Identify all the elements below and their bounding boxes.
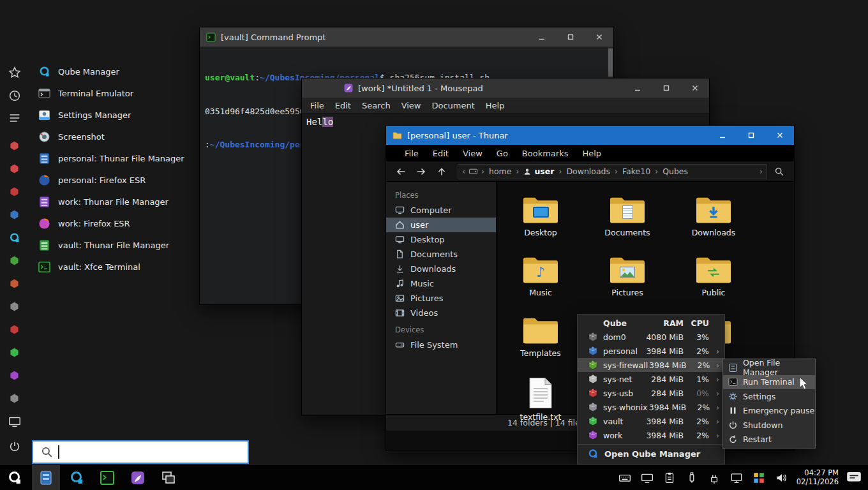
qube-row-vault[interactable]: vault 3984 MiB 2% ›: [578, 414, 724, 428]
taskbar-button-windows[interactable]: [154, 465, 183, 490]
file-item-documents[interactable]: Documents: [592, 196, 662, 237]
volume-icon[interactable]: [775, 471, 788, 484]
usb-device-icon[interactable]: [685, 471, 698, 484]
all-applications-icon[interactable]: [8, 111, 22, 125]
open-qube-manager-button[interactable]: Open Qube Manager: [578, 444, 724, 463]
menu-edit[interactable]: Edit: [433, 149, 449, 158]
breadcrumb-item[interactable]: Qubes: [661, 167, 689, 176]
back-icon[interactable]: [393, 163, 409, 180]
menu-help[interactable]: Help: [486, 101, 505, 110]
context-restart[interactable]: Restart: [723, 433, 815, 447]
close-button[interactable]: [585, 27, 613, 47]
file-item-desktop[interactable]: Desktop: [505, 196, 576, 237]
close-button[interactable]: [765, 126, 794, 145]
search-box[interactable]: [32, 440, 249, 464]
file-item-music[interactable]: ♪ Music: [505, 256, 576, 297]
display-icon[interactable]: [8, 415, 22, 429]
qube-row-sys-whonix[interactable]: sys-whonix 3984 MiB 2% ›: [578, 400, 724, 414]
thunar-titlebar[interactable]: [personal] user - Thunar: [386, 126, 794, 145]
sidebar-item-file-system[interactable]: File System: [386, 338, 496, 352]
breadcrumb-item[interactable]: home: [488, 167, 513, 176]
qube-dot-icon[interactable]: [9, 324, 20, 335]
clipboard-icon[interactable]: [663, 471, 676, 484]
clock[interactable]: 04:27 PM 02/11/2026: [797, 469, 839, 486]
start-menu-button[interactable]: [0, 465, 29, 490]
minimize-button[interactable]: [708, 126, 737, 145]
monitor-icon[interactable]: [730, 471, 743, 484]
drive-icon[interactable]: [468, 167, 478, 176]
context-shutdown[interactable]: Shutdown: [723, 418, 815, 433]
minimize-button[interactable]: [527, 27, 556, 47]
breadcrumb-item[interactable]: Downloads: [565, 167, 611, 176]
qube-dot-icon[interactable]: [9, 278, 20, 289]
taskbar-button-vault-terminal[interactable]: [93, 465, 121, 490]
forward-icon[interactable]: [413, 163, 430, 180]
menu-bookmarks[interactable]: Bookmarks: [522, 149, 569, 158]
qube-dot-icon[interactable]: [9, 140, 20, 151]
sidebar-item-user[interactable]: user: [386, 218, 496, 232]
qube-row-dom0[interactable]: dom0 4080 MiB 3%: [578, 330, 724, 344]
breadcrumb-bar[interactable]: ‹ › home › user › Downloads › Fake10 › Q…: [458, 164, 767, 179]
cast-display-icon[interactable]: [641, 471, 654, 484]
devices-grid-icon[interactable]: [752, 471, 765, 484]
network-icon[interactable]: [708, 471, 721, 484]
qube-dot-icon[interactable]: [9, 163, 20, 174]
file-item-downloads[interactable]: Downloads: [678, 196, 749, 237]
qube-dot-icon[interactable]: [9, 370, 20, 381]
qube-dot-icon[interactable]: [9, 301, 20, 312]
scrollbar-thumb[interactable]: [608, 48, 613, 77]
close-button[interactable]: [680, 78, 709, 98]
sidebar-item-downloads[interactable]: Downloads: [386, 262, 496, 276]
qube-row-sys-firewall[interactable]: sys-firewall 3984 MiB 2% ›: [578, 358, 724, 372]
qube-dot-icon[interactable]: [9, 255, 20, 266]
maximize-button[interactable]: [556, 27, 585, 47]
file-item-pictures[interactable]: Pictures: [592, 256, 662, 297]
breadcrumb-item[interactable]: Fake10: [621, 167, 652, 176]
qube-row-work[interactable]: work 3984 MiB 2% ›: [578, 428, 724, 442]
sidebar-item-pictures[interactable]: Pictures: [386, 291, 496, 306]
qube-dot-icon[interactable]: [9, 347, 20, 358]
menu-go[interactable]: Go: [497, 149, 508, 158]
sidebar-item-documents[interactable]: Documents: [386, 247, 496, 262]
recent-clock-icon[interactable]: [8, 89, 22, 103]
chevron-left-icon[interactable]: ‹: [462, 167, 465, 176]
menu-view[interactable]: View: [463, 149, 483, 158]
context-emergency-pause[interactable]: Emergency pause: [723, 404, 815, 419]
taskbar-button-thunar[interactable]: [32, 465, 60, 490]
menu-edit[interactable]: Edit: [335, 101, 351, 110]
menu-search[interactable]: Search: [362, 101, 391, 110]
taskbar-button-work-mousepad[interactable]: [124, 465, 152, 490]
menu-help[interactable]: Help: [582, 149, 601, 158]
file-item-public[interactable]: Public: [678, 256, 749, 297]
menu-file[interactable]: File: [405, 149, 419, 158]
qube-dot-icon[interactable]: [9, 393, 20, 404]
qube-row-sys-net[interactable]: sys-net 284 MiB 1% ›: [578, 372, 724, 386]
file-item-textfile[interactable]: textfile.txt: [505, 377, 576, 422]
search-input[interactable]: [64, 447, 248, 457]
maximize-button[interactable]: [737, 126, 765, 145]
file-item-templates[interactable]: Templates: [505, 316, 576, 358]
terminal-titlebar[interactable]: [vault] Command Prompt: [200, 27, 613, 47]
sidebar-item-videos[interactable]: Videos: [386, 306, 496, 320]
mousepad-titlebar[interactable]: [work] *Untitled 1 - Mousepad: [302, 78, 709, 98]
qube-row-personal[interactable]: personal 3984 MiB 2% ›: [578, 344, 724, 358]
sidebar-item-music[interactable]: Music: [386, 276, 496, 291]
qube-row-sys-usb[interactable]: sys-usb 284 MiB 0% ›: [578, 386, 724, 400]
taskbar-button-qube-manager[interactable]: [63, 465, 91, 490]
breadcrumb-item-current[interactable]: user: [522, 167, 555, 176]
keyboard-icon[interactable]: [618, 471, 631, 484]
notification-icon[interactable]: [846, 470, 862, 486]
chevron-right-icon[interactable]: ›: [760, 167, 763, 176]
maximize-button[interactable]: [652, 78, 680, 98]
favorites-star-icon[interactable]: [8, 66, 22, 80]
menu-file[interactable]: File: [310, 101, 324, 110]
power-icon[interactable]: [8, 440, 22, 454]
sidebar-item-computer[interactable]: Computer: [386, 203, 496, 218]
menu-document[interactable]: Document: [431, 101, 474, 110]
menu-view[interactable]: View: [401, 101, 421, 110]
up-icon[interactable]: [433, 163, 450, 180]
qube-dot-icon[interactable]: [9, 186, 20, 197]
qube-dot-icon[interactable]: [9, 209, 20, 220]
minimize-button[interactable]: [623, 78, 652, 98]
sidebar-item-desktop[interactable]: Desktop: [386, 232, 496, 247]
